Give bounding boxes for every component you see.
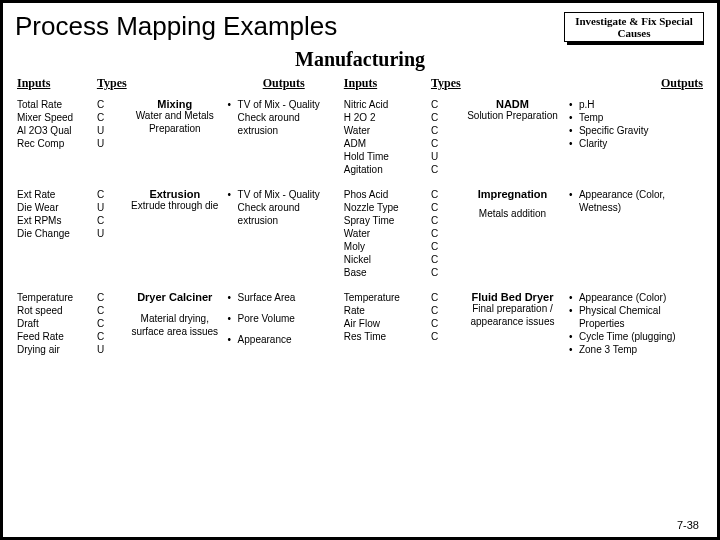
r1-in1: H 2O 2 <box>344 112 376 123</box>
r2-ty1: C <box>431 202 438 213</box>
r3-out3: Zone 3 Temp <box>569 343 703 356</box>
r3-out1: Physical Chemical Properties <box>569 304 703 330</box>
main-table: Inputs Types Outputs Inputs Types Output… <box>15 75 705 357</box>
l2-ty3: U <box>97 228 104 239</box>
row-1: Total Rate Mixer Speed Al 2O3 Qual Rec C… <box>15 97 705 177</box>
l3-in3: Feed Rate <box>17 331 64 342</box>
r1-ty3: C <box>431 138 438 149</box>
l3-step-sub: Material drying, surface area issues <box>126 313 224 338</box>
l1-in1: Mixer Speed <box>17 112 73 123</box>
l3-ty3: C <box>97 331 104 342</box>
l3-out1: Pore Volume <box>228 312 340 325</box>
r3-out2: Cycle Time (plugging) <box>569 330 703 343</box>
l2-types: C U C U <box>95 187 124 280</box>
r2-ty5: C <box>431 254 438 265</box>
l2-step-sub: Extrude through die <box>126 200 224 213</box>
l1-step-title: Mixing <box>126 98 224 110</box>
l1-out: TV of Mix - Quality Check around extrusi… <box>226 97 342 177</box>
l2-in0: Ext Rate <box>17 189 55 200</box>
r3-ty2: C <box>431 318 438 329</box>
l3-out2: Appearance <box>228 333 340 346</box>
header-row: Inputs Types Outputs Inputs Types Output… <box>15 75 705 97</box>
r1-in2: Water <box>344 125 370 136</box>
r2-in0: Phos Acid <box>344 189 388 200</box>
l1-ty0: C <box>97 99 104 110</box>
r1-step: NADM Solution Preparation <box>458 97 567 177</box>
subtitle: Manufacturing <box>15 48 705 71</box>
l2-in3: Die Change <box>17 228 70 239</box>
l2-step: Extrusion Extrude through die <box>124 187 226 280</box>
badge-container: Investigate & Fix Special Causes <box>564 12 704 42</box>
r2-in3: Water <box>344 228 370 239</box>
r2-ty6: C <box>431 267 438 278</box>
r3-ty3: C <box>431 331 438 342</box>
l2-in2: Ext RPMs <box>17 215 61 226</box>
r1-step-sub: Solution Preparation <box>460 110 565 123</box>
r2-out0: Appearance (Color, Wetness) <box>569 188 703 214</box>
l3-out0: Surface Area <box>228 291 340 304</box>
r1-in3: ADM <box>344 138 366 149</box>
r3-types: C C C C <box>429 290 458 357</box>
r2-inputs: Phos Acid Nozzle Type Spray Time Water M… <box>342 187 429 280</box>
l2-out: TV of Mix - Quality Check around extrusi… <box>226 187 342 280</box>
r2-ty0: C <box>431 189 438 200</box>
l1-inputs: Total Rate Mixer Speed Al 2O3 Qual Rec C… <box>15 97 95 177</box>
r3-in2: Air Flow <box>344 318 380 329</box>
hdr-inputs-r: Inputs <box>342 75 429 97</box>
badge-line2: Causes <box>617 27 650 39</box>
l3-out: Surface Area Pore Volume Appearance <box>226 290 342 357</box>
r2-step: Impregnation Metals addition <box>458 187 567 280</box>
r3-ty1: C <box>431 305 438 316</box>
hdr-types-r: Types <box>429 75 458 97</box>
r1-ty5: C <box>431 164 438 175</box>
r2-in5: Nickel <box>344 254 371 265</box>
r1-ty1: C <box>431 112 438 123</box>
l2-ty2: C <box>97 215 104 226</box>
r2-in1: Nozzle Type <box>344 202 399 213</box>
r2-ty2: C <box>431 215 438 226</box>
r1-ty4: U <box>431 151 438 162</box>
r2-ty4: C <box>431 241 438 252</box>
r1-out2: Specific Gravity <box>569 124 703 137</box>
hdr-outputs-r: Outputs <box>567 75 705 97</box>
l2-ty0: C <box>97 189 104 200</box>
r3-out0: Appearance (Color) <box>569 291 703 304</box>
l1-step-sub: Water and Metals Preparation <box>126 110 224 135</box>
r1-types: C C C C U C <box>429 97 458 177</box>
l3-inputs: Temperature Rot speed Draft Feed Rate Dr… <box>15 290 95 357</box>
l1-ty3: U <box>97 138 104 149</box>
l3-step: Dryer Calciner Material drying, surface … <box>124 290 226 357</box>
l3-ty4: U <box>97 344 104 355</box>
r1-step-title: NADM <box>460 98 565 110</box>
r3-in3: Res Time <box>344 331 386 342</box>
l2-inputs: Ext Rate Die Wear Ext RPMs Die Change <box>15 187 95 280</box>
r1-out0: p.H <box>569 98 703 111</box>
r1-out: p.H Temp Specific Gravity Clarity <box>567 97 705 177</box>
l3-in2: Draft <box>17 318 39 329</box>
r2-ty3: C <box>431 228 438 239</box>
l3-in1: Rot speed <box>17 305 63 316</box>
r3-step-sub: Final preparation / appearance issues <box>460 303 565 328</box>
badge-box: Investigate & Fix Special Causes <box>564 12 704 42</box>
l2-in1: Die Wear <box>17 202 59 213</box>
l3-ty1: C <box>97 305 104 316</box>
r1-inputs: Nitric Acid H 2O 2 Water ADM Hold Time A… <box>342 97 429 177</box>
r2-in6: Base <box>344 267 367 278</box>
l1-out0: TV of Mix - Quality Check around extrusi… <box>228 98 340 137</box>
l2-out0: TV of Mix - Quality Check around extrusi… <box>228 188 340 227</box>
l1-step: Mixing Water and Metals Preparation <box>124 97 226 177</box>
r2-types: C C C C C C C <box>429 187 458 280</box>
l1-ty1: C <box>97 112 104 123</box>
hdr-outputs-l: Outputs <box>226 75 342 97</box>
r2-step-sub: Metals addition <box>460 208 565 221</box>
l3-ty2: C <box>97 318 104 329</box>
l3-step-title: Dryer Calciner <box>126 291 224 303</box>
page-number: 7-38 <box>677 519 699 531</box>
r1-out3: Clarity <box>569 137 703 150</box>
r1-in5: Agitation <box>344 164 383 175</box>
l1-in3: Rec Comp <box>17 138 64 149</box>
r3-step-title: Fluid Bed Dryer <box>460 291 565 303</box>
l1-types: C C U U <box>95 97 124 177</box>
l3-in0: Temperature <box>17 292 73 303</box>
l1-in0: Total Rate <box>17 99 62 110</box>
